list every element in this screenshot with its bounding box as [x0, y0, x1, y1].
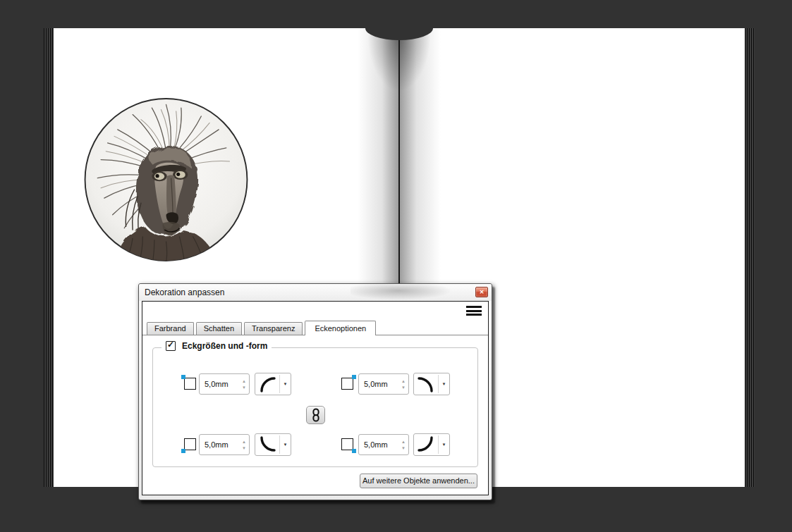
- editor-canvas: Dekoration anpassen ✕ Farbrand Schatten …: [0, 0, 792, 532]
- baboon-photo[interactable]: [83, 96, 250, 264]
- corner-size-top-left: ▲ ▼: [199, 373, 250, 395]
- tab-schatten[interactable]: Schatten: [196, 322, 242, 335]
- corner-shape-select-bottom-right[interactable]: ▼: [413, 433, 450, 456]
- dialog-title: Dekoration anpassen: [145, 287, 224, 297]
- corner-size-bottom-left: ▲ ▼: [199, 434, 250, 455]
- groupbox-label: Eckgrößen und -form: [182, 341, 267, 351]
- chevron-down-icon: ▼: [280, 382, 291, 386]
- corner-shape-bottom-left-icon: [255, 435, 279, 454]
- spinner-down-icon[interactable]: ▼: [401, 446, 406, 450]
- spinner-up-icon[interactable]: ▲: [401, 379, 406, 383]
- corner-shape-top-right-icon: [414, 375, 438, 393]
- corner-indicator-bottom-left: [184, 438, 196, 450]
- link-corners-button[interactable]: [306, 406, 325, 424]
- dialog-content: Farbrand Schatten Transparenz Eckenoptio…: [142, 301, 489, 495]
- page-stack-right: [745, 28, 755, 487]
- tab-eckenoptionen[interactable]: Eckenoptionen: [305, 321, 376, 335]
- corner-size-input-top-left[interactable]: [200, 374, 235, 394]
- corner-shape-top-left-icon: [255, 375, 279, 393]
- spinner-down-icon[interactable]: ▼: [242, 446, 246, 450]
- corner-shape-select-bottom-left[interactable]: ▼: [255, 433, 291, 456]
- corner-dot-bottom-left: [181, 449, 185, 453]
- chevron-down-icon: ▼: [280, 443, 291, 447]
- corner-indicator-bottom-right: [341, 438, 353, 450]
- spinner-down-icon[interactable]: ▼: [242, 385, 246, 390]
- tab-farbrand[interactable]: Farbrand: [147, 322, 194, 335]
- corner-dot-top-right: [352, 375, 356, 379]
- corner-dot-bottom-right: [352, 449, 356, 453]
- corner-enable-checkbox[interactable]: ✓: [166, 341, 176, 351]
- close-icon: ✕: [480, 289, 485, 295]
- groupbox-legend: ✓ Eckgrößen und -form: [162, 341, 272, 351]
- corner-size-input-bottom-right[interactable]: [359, 435, 394, 454]
- dialog-titlebar[interactable]: Dekoration anpassen: [139, 284, 492, 301]
- chevron-down-icon: ▼: [439, 443, 449, 447]
- corner-indicator-top-left: [184, 378, 196, 390]
- chevron-down-icon: ▼: [439, 382, 449, 386]
- corner-shape-select-top-right[interactable]: ▼: [413, 373, 450, 395]
- tab-transparenz[interactable]: Transparenz: [244, 322, 303, 335]
- corner-shape-select-top-left[interactable]: ▼: [255, 373, 291, 395]
- corner-size-input-top-right[interactable]: [359, 374, 394, 394]
- corner-size-input-bottom-left[interactable]: [200, 435, 235, 454]
- corner-size-bottom-right: ▲ ▼: [358, 434, 409, 455]
- chain-link-icon: [311, 408, 321, 422]
- tab-bar: Farbrand Schatten Transparenz Eckenoptio…: [147, 320, 378, 335]
- corner-size-groupbox: ✓ Eckgrößen und -form ▲ ▼: [152, 347, 478, 467]
- checkmark-icon: ✓: [167, 340, 174, 349]
- spinner-up-icon[interactable]: ▲: [242, 379, 246, 383]
- close-button[interactable]: ✕: [475, 287, 488, 297]
- hamburger-menu-icon[interactable]: [466, 306, 482, 318]
- apply-to-more-objects-button[interactable]: Auf weitere Objekte anwenden...: [360, 474, 477, 488]
- spinner-down-icon[interactable]: ▼: [401, 385, 406, 390]
- corner-dot-top-left: [181, 375, 185, 379]
- decoration-dialog: Dekoration anpassen ✕ Farbrand Schatten …: [138, 283, 492, 500]
- spinner-up-icon[interactable]: ▲: [242, 440, 246, 444]
- corner-indicator-top-right: [341, 378, 353, 390]
- spinner-up-icon[interactable]: ▲: [401, 440, 406, 444]
- page-stack-left: [44, 28, 54, 487]
- corner-size-top-right: ▲ ▼: [358, 373, 409, 395]
- corner-shape-bottom-right-icon: [414, 435, 438, 454]
